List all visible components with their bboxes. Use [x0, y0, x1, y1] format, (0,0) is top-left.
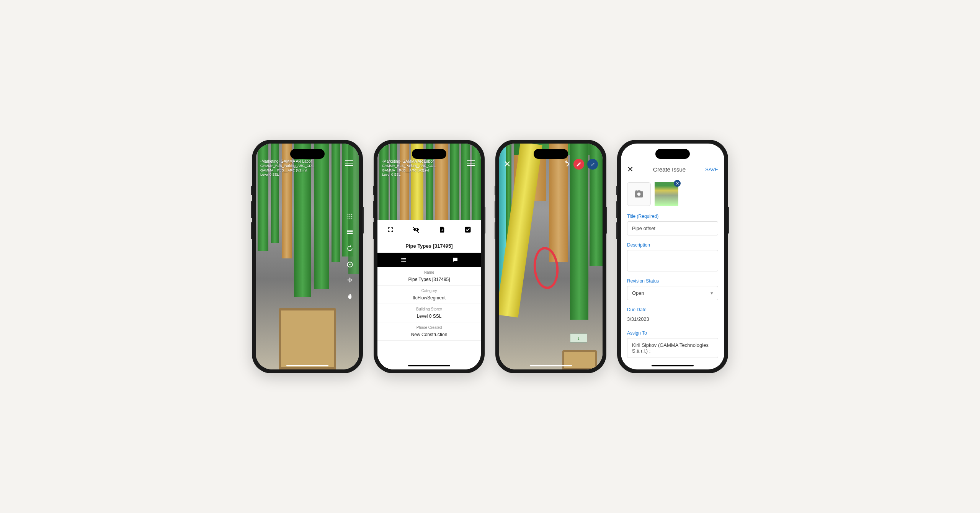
- revision-label: Revision Status: [627, 278, 718, 284]
- add-photo-button[interactable]: [627, 182, 651, 206]
- close-icon[interactable]: ✕: [627, 165, 634, 174]
- svg-rect-10: [347, 233, 353, 234]
- panel-title: Pipe Types [317495]: [377, 239, 481, 253]
- tab-comments[interactable]: [429, 253, 481, 267]
- menu-icon[interactable]: [344, 159, 354, 167]
- svg-point-1: [350, 214, 351, 215]
- properties-panel: Pipe Types [317495] NamePipe Types [3174…: [377, 220, 481, 369]
- phone-4-create-issue: ✕ Create Issue SAVE ✕ Title (Required) P…: [617, 140, 728, 373]
- add-document-icon[interactable]: [438, 225, 446, 234]
- move-icon[interactable]: [345, 276, 354, 285]
- save-button[interactable]: SAVE: [705, 167, 718, 172]
- confirm-icon[interactable]: [587, 159, 598, 170]
- project-header: -Marketing- GAMMA AR Labor GAMMA_RdB_Par…: [260, 159, 315, 177]
- assign-label: Assign To: [627, 330, 718, 336]
- remove-attachment-icon[interactable]: ✕: [674, 180, 681, 187]
- close-icon[interactable]: ✕: [504, 159, 511, 169]
- grid-icon[interactable]: [345, 212, 354, 221]
- svg-point-5: [351, 216, 353, 217]
- fullscreen-icon[interactable]: [386, 225, 395, 234]
- svg-point-7: [350, 218, 351, 219]
- chevron-down-icon: ▾: [710, 290, 713, 296]
- description-input[interactable]: [627, 250, 718, 271]
- due-date-label: Due Date: [627, 307, 718, 312]
- history-icon[interactable]: [345, 244, 354, 253]
- project-header: -Marketing- GAMMA AR Labor GAMMA_RdB_Par…: [382, 159, 436, 177]
- phone-1-ar-view: -Marketing- GAMMA AR Labor GAMMA_RdB_Par…: [252, 140, 363, 373]
- revision-select[interactable]: Open ▾: [627, 286, 718, 300]
- properties-list[interactable]: NamePipe Types [317495] CategoryIfcFlowS…: [377, 267, 481, 369]
- description-label: Description: [627, 242, 718, 248]
- svg-point-3: [348, 216, 349, 217]
- exit-sign: ↓: [570, 333, 587, 343]
- menu-icon[interactable]: [466, 159, 476, 167]
- checkbox-icon[interactable]: [464, 225, 472, 234]
- undo-icon[interactable]: [563, 160, 570, 169]
- ar-viewport[interactable]: -Marketing- GAMMA AR Labor GAMMA_RdB_Par…: [256, 144, 359, 369]
- page-title: Create Issue: [653, 166, 686, 173]
- visibility-off-icon[interactable]: [412, 225, 420, 234]
- svg-point-8: [351, 218, 353, 219]
- due-date-input[interactable]: 3/31/2023: [627, 315, 718, 323]
- svg-point-0: [348, 214, 349, 215]
- assign-input[interactable]: Kiril Sipkov (GAMMA Technologies S.à r.l…: [627, 338, 718, 358]
- phone-3-annotation: ↓ ✕: [495, 140, 606, 373]
- locate-icon[interactable]: [345, 260, 354, 269]
- svg-point-2: [351, 214, 353, 215]
- ar-viewport[interactable]: ↓ ✕: [499, 144, 603, 369]
- layers-icon[interactable]: [345, 228, 354, 237]
- svg-point-4: [350, 216, 351, 217]
- attachment-thumbnail[interactable]: ✕: [655, 182, 678, 206]
- tab-list[interactable]: [377, 253, 429, 267]
- svg-rect-9: [347, 230, 353, 232]
- phone-2-properties: -Marketing- GAMMA AR Labor GAMMA_RdB_Par…: [374, 140, 485, 373]
- title-input[interactable]: Pipe offset: [627, 221, 718, 235]
- svg-point-6: [348, 218, 349, 219]
- plug-icon[interactable]: [345, 292, 354, 301]
- title-label: Title (Required): [627, 214, 718, 219]
- pencil-icon[interactable]: [573, 159, 584, 170]
- svg-point-12: [349, 264, 350, 265]
